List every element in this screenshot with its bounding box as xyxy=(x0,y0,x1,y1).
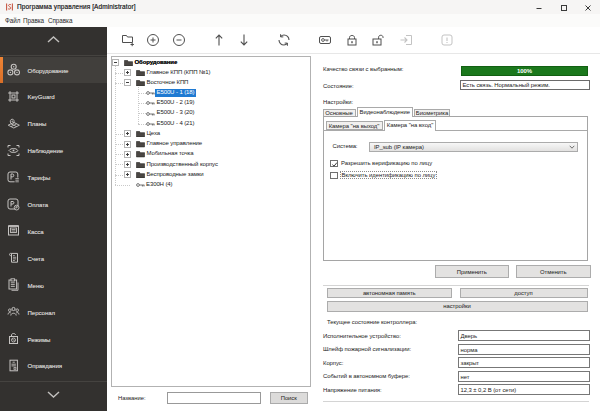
move-up-button[interactable] xyxy=(212,33,226,47)
tree-node[interactable]: Оборудование xyxy=(135,59,178,68)
tree-expand[interactable] xyxy=(124,161,131,168)
sidebar-item-monitoring[interactable]: Наблюдение xyxy=(0,137,107,164)
tree-expand[interactable] xyxy=(124,151,131,158)
tree-expand[interactable] xyxy=(124,69,131,76)
tree-expand[interactable] xyxy=(124,79,131,86)
plans-icon xyxy=(7,117,20,130)
menu-edit[interactable]: Правка xyxy=(23,17,44,24)
field-value: нет xyxy=(458,371,590,382)
sidebar-item-cash[interactable]: Касса xyxy=(0,218,107,245)
tree-node[interactable]: Главное управление xyxy=(147,140,203,149)
state-label: Состояние: xyxy=(323,83,354,89)
add-device-button[interactable] xyxy=(146,33,160,47)
identification-checkbox[interactable] xyxy=(330,172,338,180)
folder-icon xyxy=(136,171,145,179)
verification-checkbox[interactable] xyxy=(330,160,338,168)
tree-node[interactable]: Восточное КПП xyxy=(147,79,189,88)
sidebar-collapse[interactable] xyxy=(0,27,107,55)
tree-node[interactable]: E500U - 2 (19) xyxy=(157,99,195,108)
sidebar-expand[interactable] xyxy=(0,382,107,411)
add-folder-button[interactable] xyxy=(121,33,135,47)
enter-door-button[interactable] xyxy=(399,33,413,47)
settings-button[interactable]: настройки xyxy=(327,301,588,312)
sidebar-item-invoices[interactable]: Счета xyxy=(0,245,107,272)
sidebar-item-modes[interactable]: Режимы xyxy=(0,326,107,353)
sidebar-item-plans[interactable]: Планы xyxy=(0,110,107,137)
sidebar-item-excuses[interactable]: Оправдания xyxy=(0,352,107,379)
payment-icon xyxy=(7,198,20,211)
monitoring-icon xyxy=(7,144,20,157)
refresh-icon xyxy=(277,33,291,47)
sidebar-item-label: Оправдания xyxy=(28,362,63,369)
application-window: Программа управления [Administrator] Фай… xyxy=(0,0,600,411)
sidebar-item-payment[interactable]: Оплата xyxy=(0,191,107,218)
key-card-button[interactable] xyxy=(318,33,332,47)
close-button[interactable] xyxy=(580,4,596,12)
search-button[interactable]: Поиск xyxy=(270,392,309,404)
sidebar-item-personnel[interactable]: Персонал xyxy=(0,299,107,326)
system-label: Система: xyxy=(333,143,358,149)
tree-node[interactable]: E300H (4) xyxy=(146,181,172,190)
tree-node[interactable]: Беспроводные замки xyxy=(147,171,204,180)
tree-node[interactable]: E500U - 4 (21) xyxy=(157,120,195,129)
field-value: норма xyxy=(458,344,590,355)
keyguard-icon xyxy=(7,90,20,103)
tree-line xyxy=(115,154,123,155)
check-icon xyxy=(331,161,339,169)
tree-expand[interactable] xyxy=(124,141,131,148)
minimize-button[interactable] xyxy=(531,4,547,12)
tree-expand-root[interactable] xyxy=(112,59,119,66)
subtab-camera-in[interactable]: Камера "на вход" xyxy=(384,120,436,131)
remove-device-button[interactable] xyxy=(172,33,186,47)
tree-line xyxy=(138,113,146,114)
tariffs-icon xyxy=(7,171,20,184)
device-icon xyxy=(136,182,145,188)
menu-file[interactable]: Файл xyxy=(5,17,20,24)
sidebar-item-label: Наблюдение xyxy=(28,147,64,154)
search-label: Название: xyxy=(118,395,146,401)
sidebar-item-label: Режимы xyxy=(28,336,51,343)
tab-video[interactable]: Видеонаблюдение xyxy=(357,107,413,117)
memory-button[interactable]: автономная память xyxy=(327,288,453,299)
tree-node-selected[interactable]: E500U - 1 (18) xyxy=(155,89,197,97)
sidebar-item-tariffs[interactable]: Тарифы xyxy=(0,164,107,191)
tree-node[interactable]: Мобильная точка xyxy=(147,150,194,159)
tree-line xyxy=(115,164,123,165)
maximize-button[interactable] xyxy=(556,4,572,12)
sidebar-item-keyguard[interactable]: KeyGuard xyxy=(0,83,107,110)
sidebar-item-equipment[interactable]: Оборудование xyxy=(0,57,107,84)
field-label: Корпус: xyxy=(323,360,343,366)
tree-expand[interactable] xyxy=(124,171,131,178)
subtab-camera-out[interactable]: Камера "на выход" xyxy=(326,121,383,130)
tree-line xyxy=(115,66,116,185)
chevron-up-icon xyxy=(47,36,60,43)
lock-closed-button[interactable] xyxy=(345,33,359,47)
device-icon xyxy=(146,111,155,117)
lock-open-icon xyxy=(371,33,385,47)
tree-node[interactable]: Производственный корпус xyxy=(147,161,218,170)
alert-info-button[interactable] xyxy=(440,33,454,47)
alert-info-icon xyxy=(440,33,454,47)
sidebar-item-menu[interactable]: Меню xyxy=(0,272,107,299)
refresh-button[interactable] xyxy=(277,33,291,47)
tree-node[interactable]: Главное КПП (КПП №1) xyxy=(147,69,211,78)
tree-expand[interactable] xyxy=(124,130,131,137)
tree-node[interactable]: Цеха xyxy=(147,130,161,139)
tree-node[interactable]: E500U - 3 (20) xyxy=(157,109,195,118)
access-button[interactable]: доступ xyxy=(460,288,588,299)
search-input[interactable] xyxy=(167,392,261,404)
identification-label: Включить идентификацию по лицу xyxy=(340,171,438,179)
sidebar-item-label: Оплата xyxy=(28,201,49,208)
move-down-button[interactable] xyxy=(237,33,251,47)
apply-button[interactable]: Применить xyxy=(435,265,510,278)
cancel-button[interactable]: Отменить xyxy=(516,265,591,278)
state-value-box: Есть связь. Нормальный режим. xyxy=(460,80,590,91)
field-value: Дверь xyxy=(458,330,590,341)
quality-value: 100% xyxy=(462,67,587,76)
menu-help[interactable]: Справка xyxy=(48,17,72,24)
lock-open-button[interactable] xyxy=(371,33,385,47)
system-dropdown[interactable]: IP_sub (IP камера) xyxy=(369,142,578,152)
title-bar: Программа управления [Administrator] xyxy=(0,0,600,14)
verification-label: Разрешить верификацию по лицу xyxy=(341,160,432,166)
folder-icon xyxy=(136,140,145,148)
